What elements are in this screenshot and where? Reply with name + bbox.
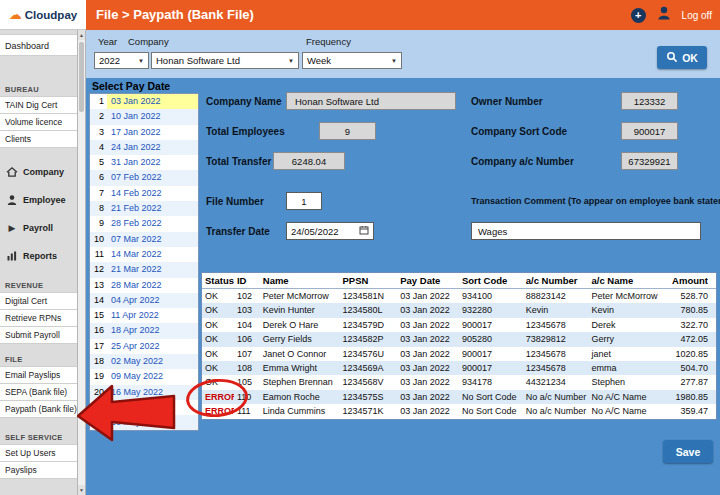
pay-date-row[interactable]: 16 18 Apr 2022 [90, 323, 198, 338]
cell-status: OK [202, 303, 234, 317]
pay-date-row[interactable]: 5 31 Jan 2022 [90, 155, 198, 170]
sidebar-item[interactable]: Submit Payroll [0, 327, 77, 344]
table-row: OK 106 Gerry Fields 1234582P 03 Jan 2022… [202, 332, 716, 346]
column-header-pay-date: Pay Date [397, 273, 459, 288]
sidebar-item[interactable]: Retrieve RPNs [0, 310, 77, 327]
person-icon [6, 194, 18, 206]
logo[interactable]: ☁ Cloudpay [0, 0, 86, 30]
scroll-down-icon[interactable]: ▼ [78, 485, 85, 495]
sidebar-item-company[interactable]: Company [0, 158, 77, 186]
cell-status: OK [202, 318, 234, 332]
save-button[interactable]: Save [663, 440, 713, 463]
logo-text: Cloudpay [25, 9, 77, 21]
pay-date-row[interactable]: 7 14 Feb 2022 [90, 186, 198, 201]
cell-status: OK [202, 361, 234, 375]
sidebar: Dashboard BUREAU TAIN Dig CertVolume lic… [0, 30, 86, 495]
cell-id: 111 [234, 404, 260, 418]
pay-date-value: 28 Mar 2022 [107, 278, 198, 293]
pay-date-row[interactable]: 14 04 Apr 2022 [90, 293, 198, 308]
pay-date-row[interactable]: 3 17 Jan 2022 [90, 125, 198, 140]
sidebar-scrollbar[interactable]: ▲ ▼ [77, 30, 85, 495]
pay-date-value: 21 Mar 2022 [107, 262, 198, 277]
add-icon[interactable]: + [631, 8, 646, 23]
pay-date-value: 24 Jan 2022 [107, 140, 198, 155]
scrollbar-thumb[interactable] [79, 42, 84, 112]
cell-ac-name: Derek [588, 318, 666, 332]
sidebar-item[interactable]: Digital Cert [0, 293, 77, 310]
cell-ppsn: 1234571K [339, 404, 397, 418]
app-window: ☁ Cloudpay File > Paypath (Bank File) + … [0, 0, 720, 495]
cell-amount: 322.70 [666, 318, 716, 332]
cell-status: ERROR [202, 390, 234, 404]
pay-date-number: 13 [90, 278, 107, 293]
owner-number-label: Owner Number [471, 96, 543, 107]
sidebar-item-employee[interactable]: Employee [0, 186, 77, 214]
pay-date-row[interactable]: 2 10 Jan 2022 [90, 109, 198, 124]
cell-ppsn: 1234575S [339, 390, 397, 404]
year-select[interactable]: 2022 ▼ [94, 52, 149, 69]
sidebar-item[interactable]: Volume licence [0, 114, 77, 131]
pay-date-row[interactable]: 6 07 Feb 2022 [90, 170, 198, 185]
pay-date-row[interactable]: 11 14 Mar 2022 [90, 247, 198, 262]
sidebar-item[interactable]: Paypath (Bank file) [0, 401, 77, 418]
sidebar-item-dashboard[interactable]: Dashboard [0, 34, 77, 56]
sidebar-item[interactable]: TAIN Dig Cert [0, 97, 77, 114]
home-icon [6, 166, 18, 178]
calendar-icon[interactable] [359, 225, 369, 237]
cell-id: 102 [234, 289, 260, 303]
cell-ppsn: 1234581N [339, 289, 397, 303]
pay-date-number: 8 [90, 201, 107, 216]
pay-date-row[interactable]: 17 25 Apr 2022 [90, 339, 198, 354]
sidebar-item-reports[interactable]: Reports [0, 242, 77, 270]
sidebar-item-payroll[interactable]: ▶ Payroll [0, 214, 77, 242]
company-ac-number-label: Company a/c Number [471, 156, 574, 167]
pay-date-row[interactable]: 18 02 May 2022 [90, 354, 198, 369]
cell-ac-number: No a/c Number [523, 404, 589, 418]
cell-ppsn: 1234579D [339, 318, 397, 332]
pay-date-row[interactable]: 20 16 May 2022 [90, 385, 198, 400]
pay-date-row[interactable]: 19 09 May 2022 [90, 369, 198, 384]
sidebar-item-label: Employee [23, 195, 66, 205]
cell-ac-name: No A/C Name [588, 404, 666, 418]
pay-date-row[interactable]: 21 23 May 2022 [90, 400, 198, 415]
user-icon[interactable] [656, 5, 672, 25]
pay-date-row[interactable]: 12 21 Mar 2022 [90, 262, 198, 277]
sidebar-item[interactable]: Payslips [0, 462, 77, 479]
cell-pay-date: 03 Jan 2022 [397, 318, 459, 332]
pay-date-row[interactable]: 1 03 Jan 2022 [90, 94, 198, 109]
transfer-date-value: 24/05/2022 [291, 226, 339, 237]
pay-date-row[interactable]: 10 07 Mar 2022 [90, 232, 198, 247]
sidebar-item[interactable]: Email Payslips [0, 367, 77, 384]
company-select[interactable]: Honan Software Ltd ▼ [151, 52, 299, 69]
cell-ac-number: 73829812 [523, 332, 589, 346]
table-row: OK 104 Derek O Hare 1234579D 03 Jan 2022… [202, 318, 716, 332]
scroll-up-icon[interactable]: ▲ [78, 30, 85, 40]
cell-status: OK [202, 347, 234, 361]
log-off-button[interactable]: Log off [682, 10, 712, 21]
total-transfer-label: Total Transfer [206, 156, 271, 167]
sidebar-item[interactable]: Set Up Users [0, 445, 77, 462]
transfer-date-input[interactable]: 24/05/2022 [286, 222, 374, 240]
frequency-select[interactable]: Week ▼ [302, 52, 402, 69]
company-name-label: Company Name [206, 96, 282, 107]
cell-amount: 504.70 [666, 361, 716, 375]
pay-date-row[interactable]: 4 24 Jan 2022 [90, 140, 198, 155]
sidebar-item[interactable]: SEPA (Bank file) [0, 384, 77, 401]
cell-name: Eamon Roche [260, 390, 340, 404]
pay-date-row[interactable]: 22 30 May 2022 [90, 415, 198, 430]
column-header-sort-code: Sort Code [459, 273, 523, 288]
ok-button[interactable]: OK [657, 46, 707, 69]
sidebar-item-label: Payroll [23, 223, 53, 233]
sidebar-item[interactable]: Clients [0, 131, 77, 148]
pay-date-row[interactable]: 8 21 Feb 2022 [90, 201, 198, 216]
pay-date-value: 21 Feb 2022 [107, 201, 198, 216]
pay-date-row[interactable]: 9 28 Feb 2022 [90, 216, 198, 231]
cell-ac-name: Gerry [588, 332, 666, 346]
transaction-comment-input[interactable]: Wages [471, 222, 701, 240]
pay-date-row[interactable]: 15 11 Apr 2022 [90, 308, 198, 323]
file-number-input[interactable]: 1 [286, 192, 322, 210]
pay-date-value: 30 May 2022 [107, 415, 198, 430]
pay-date-number: 4 [90, 140, 107, 155]
pay-date-row[interactable]: 13 28 Mar 2022 [90, 278, 198, 293]
cell-ac-number: 12345678 [523, 347, 589, 361]
